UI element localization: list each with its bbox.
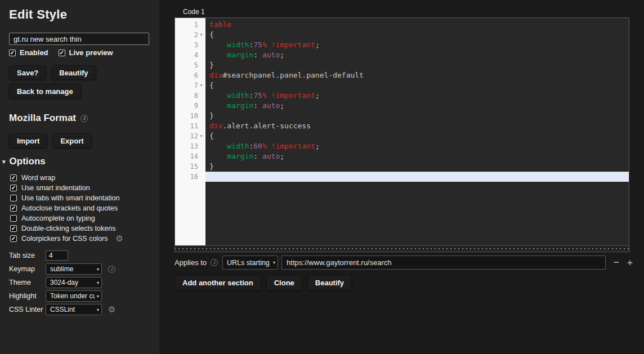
save-button[interactable]: Save? — [9, 65, 46, 80]
option-label: Use smart indentation — [21, 184, 90, 192]
field-label: Theme — [9, 279, 46, 286]
option-label: Autoclose brackets and quotes — [21, 204, 118, 212]
checkbox[interactable]: ✓ — [10, 225, 17, 232]
code-line-2[interactable]: 2▼{ — [175, 30, 629, 40]
line-number: 15 — [190, 162, 198, 172]
add-another-section-button[interactable]: Add another section — [175, 275, 261, 290]
field-label: Highlight — [9, 292, 46, 300]
options-heading[interactable]: ▾ Options — [2, 156, 46, 167]
option-word-wrap[interactable]: ✓Word wrap — [10, 173, 123, 183]
checkbox[interactable]: ✓ — [59, 50, 65, 56]
code-line-4[interactable]: 4 margin: auto; — [175, 50, 629, 60]
field-label: Keymap — [9, 265, 46, 273]
line-number: 8 — [194, 91, 198, 101]
gutter-cell: 16 — [175, 172, 205, 182]
field-select-keymap[interactable]: sublime▾ — [46, 263, 102, 275]
select-value: CSSLint — [50, 306, 95, 313]
checkbox[interactable]: ✓ — [10, 174, 17, 181]
code-line-9[interactable]: 9 margin: auto; — [175, 101, 629, 111]
clone-section-button[interactable]: Clone — [266, 275, 302, 290]
beautify-button[interactable]: Beautify — [51, 65, 96, 80]
checkbox[interactable] — [10, 195, 17, 201]
export-button[interactable]: Export — [52, 133, 91, 148]
code-line-text: } — [205, 111, 629, 121]
option-autoclose-brackets-and-quotes[interactable]: ✓Autoclose brackets and quotes — [10, 203, 123, 213]
code-line-14[interactable]: 14 margin: auto; — [175, 151, 629, 162]
gutter-cell: 9 — [175, 101, 205, 111]
toggle-enabled[interactable]: ✓Enabled — [9, 48, 48, 57]
checkbox[interactable]: ✓ — [10, 185, 17, 191]
info-icon[interactable]: i — [108, 266, 115, 273]
chevron-down-icon: ▾ — [273, 260, 275, 265]
style-name-input[interactable] — [9, 33, 149, 45]
field-css-linter: CSS LinterCSSLint▾⚙ — [9, 303, 115, 316]
code-line-10[interactable]: 10} — [175, 111, 629, 121]
code-line-text: { — [205, 80, 629, 91]
code-line-text — [205, 172, 629, 182]
code-line-15[interactable]: 15} — [175, 162, 629, 172]
field-select-css-linter[interactable]: CSSLint▾ — [46, 304, 102, 315]
fold-arrow-icon[interactable]: ▼ — [198, 131, 204, 141]
import-button[interactable]: Import — [9, 133, 47, 148]
line-number: 6 — [194, 70, 198, 80]
code-line-13[interactable]: 13 width:60% !important; — [175, 141, 629, 151]
applies-to-url-input[interactable] — [281, 256, 606, 270]
checkbox[interactable]: ✓ — [10, 205, 17, 212]
option-use-smart-indentation[interactable]: ✓Use smart indentation — [10, 183, 123, 193]
field-select-theme[interactable]: 3024-day▾ — [46, 277, 102, 288]
line-number: 4 — [194, 50, 198, 60]
field-label: Tab size — [9, 252, 46, 259]
css-code-editor[interactable]: 1table2▼{3 width:75% !important;4 margin… — [175, 17, 629, 252]
line-number: 16 — [190, 172, 198, 182]
field-input-tab-size[interactable] — [46, 250, 68, 261]
option-label: Autocomplete on typing — [21, 214, 95, 222]
edit-style-sidebar: Edit Style ✓Enabled✓Live preview Save? B… — [0, 0, 159, 354]
code-line-8[interactable]: 8 width:75% !important; — [175, 91, 629, 101]
gutter-cell: 3 — [175, 40, 205, 50]
gear-icon[interactable]: ⚙ — [116, 235, 123, 243]
enable-toggles: ✓Enabled✓Live preview — [9, 48, 113, 57]
info-icon[interactable]: i — [211, 259, 218, 266]
applies-to-label: Applies to — [175, 258, 207, 267]
checkbox[interactable] — [10, 215, 17, 222]
code-line-text: div.alert.alert-success — [205, 121, 629, 131]
code-line-5[interactable]: 5} — [175, 60, 629, 70]
fold-arrow-icon[interactable]: ▼ — [198, 80, 204, 91]
gutter-cell: 6 — [175, 70, 205, 80]
code-line-6[interactable]: 6div#searchpanel.panel.panel-default — [175, 70, 629, 80]
code-line-text: table — [205, 20, 629, 30]
toggle-live-preview[interactable]: ✓Live preview — [59, 48, 113, 57]
remove-applies-to-button[interactable]: − — [614, 258, 619, 267]
field-highlight: HighlightToken under cursor▾ — [9, 289, 115, 303]
field-tab-size: Tab size — [9, 249, 115, 262]
option-label: Use tabs with smart indentation — [21, 194, 119, 202]
gutter-cell: 12▼ — [175, 131, 205, 141]
gear-icon[interactable]: ⚙ — [108, 306, 115, 314]
option-double-clicking-selects-tokens[interactable]: ✓Double-clicking selects tokens — [10, 223, 123, 234]
gutter-cell: 15 — [175, 162, 205, 172]
field-select-highlight[interactable]: Token under cursor▾ — [46, 290, 102, 302]
checkbox[interactable]: ✓ — [9, 50, 16, 56]
code-line-16[interactable]: 16 — [175, 172, 629, 182]
line-number: 11 — [190, 121, 198, 131]
code-line-3[interactable]: 3 width:75% !important; — [175, 40, 629, 50]
code-line-11[interactable]: 11div.alert.alert-success — [175, 121, 629, 131]
code-line-12[interactable]: 12▼{ — [175, 131, 629, 141]
horizontal-scrollbar[interactable] — [175, 245, 629, 252]
gutter-cell: 14 — [175, 151, 205, 162]
checkbox[interactable]: ✓ — [10, 235, 17, 242]
code-line-7[interactable]: 7▼{ — [175, 80, 629, 91]
match-type-select[interactable]: URLs starting ▾ — [222, 256, 278, 270]
back-to-manage-button[interactable]: Back to manage — [9, 84, 81, 98]
code-line-text: { — [205, 131, 629, 141]
field-theme: Theme3024-day▾ — [9, 276, 115, 289]
beautify-section-button[interactable]: Beautify — [307, 275, 352, 290]
options-title: Options — [10, 156, 46, 167]
add-applies-to-button[interactable]: + — [627, 258, 633, 267]
fold-arrow-icon[interactable]: ▼ — [198, 30, 204, 40]
option-autocomplete-on-typing[interactable]: Autocomplete on typing — [10, 213, 123, 223]
option-use-tabs-with-smart-indentation[interactable]: Use tabs with smart indentation — [10, 193, 123, 203]
option-colorpickers-for-css-colors[interactable]: ✓Colorpickers for CSS colors⚙ — [10, 234, 123, 244]
info-icon[interactable]: i — [80, 115, 88, 122]
code-line-1[interactable]: 1table — [175, 20, 629, 30]
